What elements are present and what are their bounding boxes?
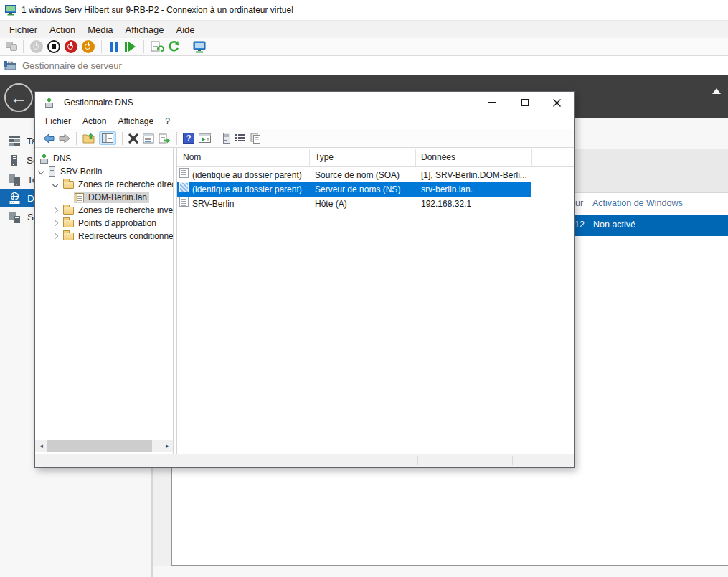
sm-selected-server-row[interactable]: 12 Non activé	[575, 215, 728, 236]
export-list-icon[interactable]	[159, 133, 171, 144]
tree-selection: DOM-Berlin.lan	[74, 192, 149, 203]
column-header-donnees[interactable]: Données	[421, 152, 455, 162]
revert-icon[interactable]	[168, 41, 179, 52]
enhanced-session-icon[interactable]	[193, 41, 206, 53]
column-divider[interactable]	[531, 149, 532, 166]
tree-item-dom-berlin-lan[interactable]: DOM-Berlin.lan	[35, 191, 174, 204]
cell-type: Source de nom (SOA)	[315, 168, 400, 182]
properties-icon[interactable]	[143, 133, 154, 144]
ctrl-alt-del-icon[interactable]	[6, 42, 19, 52]
chevron-collapsed-icon[interactable]	[52, 207, 58, 213]
sm-cell-fragment: 12	[575, 220, 585, 230]
file-storage-services-icon	[9, 211, 21, 223]
scroll-left-icon[interactable]: ◂	[35, 440, 47, 452]
hyperv-monitor-icon	[5, 5, 16, 16]
sm-column-fragment: ur	[575, 198, 583, 208]
dns-window-title: Gestionnaire DNS	[64, 98, 133, 108]
vm-menu-media[interactable]: Média	[88, 24, 113, 35]
cell-donnees: [1], SRV-Berlin.DOM-Berli...	[421, 168, 527, 182]
folder-icon	[63, 233, 74, 240]
vm-menu-affichage[interactable]: Affichage	[126, 24, 164, 35]
column-divider	[587, 196, 587, 212]
all-servers-icon	[9, 174, 21, 186]
server-icon[interactable]	[223, 133, 230, 144]
list-header: Nom Type Données	[177, 148, 574, 167]
column-header-type[interactable]: Type	[315, 152, 334, 162]
tree-item-label: Points d'approbation	[78, 218, 156, 228]
dns-icon	[9, 192, 21, 205]
chevron-collapsed-icon[interactable]	[52, 220, 58, 226]
copy-icon[interactable]	[250, 133, 261, 144]
server-manager-titlerow: Gestionnaire de serveur	[0, 56, 728, 75]
chevron-expanded-icon[interactable]	[38, 169, 44, 174]
tree-item-conditional-forwarders[interactable]: Redirecteurs conditionne	[35, 230, 174, 243]
cell-nom: (identique au dossier parent)	[192, 168, 302, 182]
save-vm-icon[interactable]	[82, 40, 95, 53]
checkpoint-icon[interactable]	[151, 41, 164, 52]
record-row-soa[interactable]: (identique au dossier parent) Source de …	[177, 168, 531, 182]
tree-item-srv-berlin[interactable]: SRV-Berlin	[35, 165, 174, 178]
record-row-host-a[interactable]: SRV-Berlin Hôte (A) 192.168.32.1	[177, 197, 531, 211]
scroll-right-icon[interactable]: ▸	[161, 440, 174, 452]
sm-toolbar-strip	[575, 118, 728, 149]
cell-type: Serveur de noms (NS)	[315, 182, 400, 197]
server-manager-title[interactable]: Gestionnaire de serveur	[22, 60, 122, 71]
help-icon[interactable]: ?	[183, 133, 194, 144]
turn-off-vm-icon[interactable]	[47, 40, 60, 53]
tree-item-forward-zones[interactable]: Zones de recherche direc	[35, 178, 174, 191]
dns-menu-affichage[interactable]: Affichage	[118, 116, 153, 126]
cell-type: Hôte (A)	[315, 197, 347, 211]
record-row-ns-selected[interactable]: (identique au dossier parent) Serveur de…	[177, 182, 531, 197]
tree-item-label: DOM-Berlin.lan	[88, 192, 147, 202]
list-view-icon[interactable]	[235, 133, 246, 144]
vm-toolbar	[0, 38, 728, 56]
back-icon[interactable]	[43, 133, 55, 144]
tree-item-label: Zones de recherche inve	[78, 205, 173, 215]
resume-vm-icon[interactable]	[125, 42, 136, 52]
folder-icon	[63, 207, 74, 215]
toolbar-separator	[101, 40, 102, 53]
scrollbar-thumb[interactable]	[47, 440, 152, 452]
shut-down-vm-icon[interactable]	[65, 40, 77, 53]
maximize-button[interactable]	[509, 92, 541, 113]
statusbar-divider	[512, 456, 513, 465]
toolbar-separator	[217, 132, 217, 145]
start-vm-icon[interactable]	[30, 40, 43, 53]
chevron-collapsed-icon[interactable]	[52, 233, 58, 239]
up-one-level-icon[interactable]	[82, 133, 95, 144]
close-button[interactable]	[541, 92, 573, 113]
tree-item-reverse-zones[interactable]: Zones de recherche inve	[35, 204, 174, 217]
tree-item-label: DNS	[53, 154, 71, 164]
vm-menu-action[interactable]: Action	[49, 24, 75, 35]
dashboard-icon	[9, 136, 20, 146]
column-divider[interactable]	[309, 149, 310, 166]
column-divider[interactable]	[415, 149, 416, 166]
dns-menubar: Fichier Action Affichage ?	[35, 113, 574, 129]
sidebar-item-label: D	[27, 193, 34, 204]
dns-menu-help[interactable]: ?	[165, 116, 170, 126]
server-manager-icon	[4, 60, 16, 71]
minimize-button[interactable]	[476, 92, 508, 113]
tree-horizontal-scrollbar[interactable]: ◂ ▸	[35, 440, 174, 452]
pause-vm-icon[interactable]	[110, 42, 118, 52]
forward-icon[interactable]	[59, 133, 70, 144]
show-window-icon[interactable]	[199, 133, 211, 143]
vm-menu-aide[interactable]: Aide	[176, 24, 195, 35]
tree-item-dns-root[interactable]: DNS	[35, 152, 174, 165]
toolbar-separator	[122, 132, 123, 145]
tree-item-trust-points[interactable]: Points d'approbation	[35, 217, 174, 230]
chevron-expanded-icon[interactable]	[52, 182, 58, 187]
dns-menu-fichier[interactable]: Fichier	[45, 116, 71, 126]
sm-column-activation[interactable]: Activation de Windows	[592, 198, 683, 208]
column-header-nom[interactable]: Nom	[183, 152, 201, 162]
vm-menu-fichier[interactable]: Fichier	[9, 24, 37, 35]
toolbar-separator	[176, 132, 177, 145]
dns-app-icon	[44, 98, 54, 108]
console-tree-pane: DNS SRV-Berlin Zones de recherche direc …	[35, 148, 174, 454]
back-arrow-icon[interactable]: ←	[4, 83, 33, 112]
delete-icon[interactable]	[128, 133, 138, 144]
toolbar-separator	[76, 132, 77, 145]
dns-menu-action[interactable]: Action	[82, 116, 106, 126]
show-console-tree-icon[interactable]	[99, 131, 116, 145]
dns-body: DNS SRV-Berlin Zones de recherche direc …	[35, 148, 574, 454]
